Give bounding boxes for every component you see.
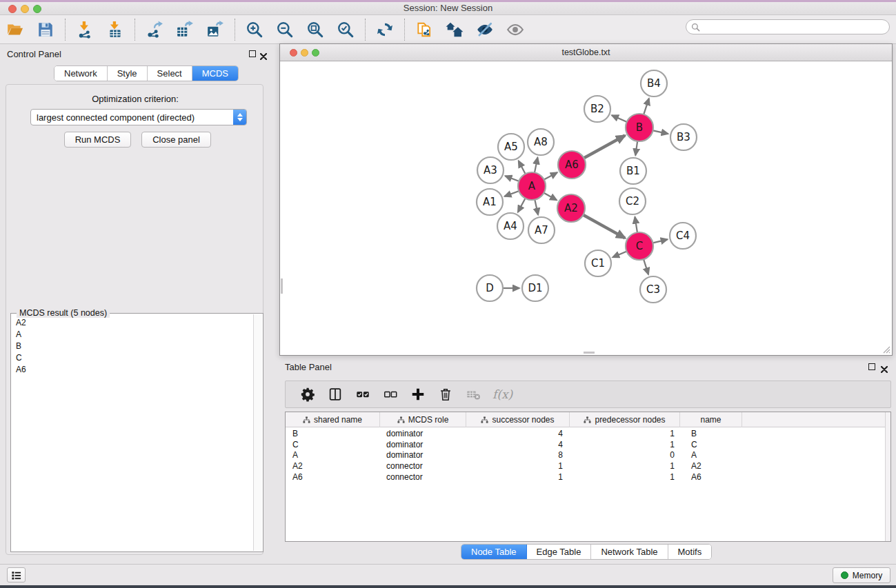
- network-hscroll-thumb[interactable]: [584, 352, 595, 354]
- table-settings-gear-icon[interactable]: [299, 385, 317, 403]
- add-row-icon[interactable]: [409, 385, 427, 403]
- table-row[interactable]: Cdominator41C: [286, 440, 885, 451]
- zoom-out-icon[interactable]: [275, 19, 295, 40]
- tab-select[interactable]: Select: [148, 66, 192, 81]
- node-A5[interactable]: A5: [498, 134, 524, 160]
- tab-network[interactable]: Network: [54, 66, 108, 81]
- table-row[interactable]: A2connector11A2: [286, 461, 885, 472]
- edge-A-A7[interactable]: [535, 199, 538, 215]
- hide-selected-icon[interactable]: [475, 19, 495, 40]
- mcds-result-item[interactable]: C: [12, 352, 253, 363]
- control-panel-close-icon[interactable]: [260, 50, 267, 63]
- tab-node-table[interactable]: Node Table: [461, 545, 527, 559]
- node-D[interactable]: D: [477, 275, 503, 301]
- export-image-icon[interactable]: [205, 19, 226, 40]
- mcds-result-item[interactable]: B: [12, 340, 253, 352]
- network-window-titlebar[interactable]: testGlobe.txt: [280, 44, 892, 61]
- node-A4[interactable]: A4: [497, 213, 524, 239]
- edge-B-B4[interactable]: [644, 99, 649, 115]
- mcds-result-list[interactable]: A2ABCA6: [12, 316, 253, 551]
- export-table-icon[interactable]: [175, 19, 195, 40]
- deselect-all-icon[interactable]: [381, 385, 399, 403]
- clone-network-icon[interactable]: [414, 19, 435, 40]
- edge-A-A2[interactable]: [544, 192, 557, 200]
- node-A[interactable]: A: [518, 172, 546, 200]
- column-header-predecessor-nodes[interactable]: predecessor nodes: [570, 412, 680, 427]
- run-mcds-button[interactable]: Run MCDS: [64, 132, 131, 148]
- node-A1[interactable]: A1: [477, 189, 503, 215]
- edge-B-B3[interactable]: [653, 130, 668, 134]
- edge-A-A5[interactable]: [519, 161, 526, 174]
- control-panel-float-icon[interactable]: [249, 50, 256, 57]
- delete-row-trash-icon[interactable]: [437, 385, 455, 403]
- refresh-layout-icon[interactable]: [375, 19, 395, 40]
- node-C1[interactable]: C1: [585, 250, 611, 276]
- close-panel-button[interactable]: Close panel: [141, 132, 211, 148]
- node-B1[interactable]: B1: [620, 158, 646, 184]
- edge-C-C3[interactable]: [644, 258, 648, 274]
- column-header-shared-name[interactable]: shared name: [286, 412, 380, 427]
- node-A6[interactable]: A6: [558, 151, 586, 179]
- import-network-icon[interactable]: [74, 19, 95, 40]
- edge-A-A6[interactable]: [544, 172, 557, 180]
- node-A2[interactable]: A2: [557, 194, 585, 222]
- criterion-dropdown[interactable]: largest connected component (directed): [30, 109, 247, 125]
- show-all-icon[interactable]: [505, 19, 526, 40]
- node-C[interactable]: C: [626, 232, 653, 260]
- network-vscroll-thumb[interactable]: [281, 278, 283, 294]
- node-table-body[interactable]: Bdominator41BCdominator41CAdominator80AA…: [286, 427, 885, 541]
- column-header-successor-nodes[interactable]: successor nodes: [466, 412, 570, 427]
- edge-A6-B[interactable]: [584, 136, 625, 159]
- mcds-result-item[interactable]: A2: [12, 316, 253, 328]
- edge-A-A4[interactable]: [518, 198, 526, 212]
- node-A8[interactable]: A8: [528, 129, 554, 155]
- show-columns-icon[interactable]: [326, 385, 344, 403]
- save-session-icon[interactable]: [35, 19, 56, 40]
- edge-B-B1[interactable]: [635, 141, 637, 155]
- node-table-scrollbar[interactable]: [885, 412, 890, 541]
- node-A7[interactable]: A7: [528, 217, 555, 243]
- tab-style[interactable]: Style: [108, 66, 148, 81]
- memory-button[interactable]: Memory: [833, 567, 890, 583]
- tab-network-table[interactable]: Network Table: [591, 545, 668, 559]
- table-row[interactable]: Adominator80A: [286, 450, 885, 461]
- node-table-header[interactable]: shared nameMCDS rolesuccessor nodesprede…: [286, 412, 885, 427]
- mcds-result-item[interactable]: A6: [12, 363, 253, 375]
- tab-edge-table[interactable]: Edge Table: [527, 545, 592, 559]
- search-input[interactable]: [703, 22, 875, 32]
- edge-C-C1[interactable]: [613, 251, 627, 257]
- import-table-icon[interactable]: [105, 19, 126, 40]
- edge-C-C4[interactable]: [652, 239, 667, 243]
- zoom-in-icon[interactable]: [244, 19, 265, 40]
- node-C3[interactable]: C3: [640, 276, 666, 303]
- edge-A-A3[interactable]: [505, 176, 519, 181]
- task-history-button[interactable]: [7, 567, 26, 582]
- tab-mcds[interactable]: MCDS: [192, 66, 238, 81]
- table-panel-float-icon[interactable]: [868, 363, 875, 370]
- table-row[interactable]: Bdominator41B: [286, 429, 885, 440]
- mcds-result-item[interactable]: A: [12, 328, 253, 340]
- edge-A-A8[interactable]: [535, 158, 538, 174]
- zoom-fit-icon[interactable]: [305, 19, 326, 40]
- table-panel-close-icon[interactable]: [881, 363, 888, 376]
- node-B[interactable]: B: [626, 114, 653, 141]
- open-file-icon[interactable]: [5, 19, 26, 40]
- edge-B-B2[interactable]: [612, 115, 628, 122]
- edge-C-C2[interactable]: [635, 217, 637, 233]
- search-field[interactable]: [686, 19, 890, 34]
- node-B3[interactable]: B3: [670, 124, 697, 150]
- edge-A-A1[interactable]: [505, 191, 520, 196]
- edge-A2-C[interactable]: [583, 214, 625, 238]
- network-graph[interactable]: AA1A2A3A4A5A6A7A8BB1B2B3B4CC1C2C3C4DD1: [280, 61, 892, 355]
- select-all-icon[interactable]: [354, 385, 372, 403]
- node-A3[interactable]: A3: [477, 157, 504, 183]
- column-header-mcds-role[interactable]: MCDS role: [380, 412, 466, 427]
- first-neighbors-icon[interactable]: [444, 19, 465, 40]
- column-header-name[interactable]: name: [680, 412, 742, 427]
- window-resize-grip[interactable]: [882, 345, 890, 354]
- mcds-list-scrollbar[interactable]: [253, 314, 262, 551]
- node-C4[interactable]: C4: [670, 223, 696, 249]
- table-row[interactable]: A6connector11A6: [286, 472, 885, 483]
- network-canvas[interactable]: AA1A2A3A4A5A6A7A8BB1B2B3B4CC1C2C3C4DD1: [280, 61, 892, 355]
- node-D1[interactable]: D1: [522, 275, 548, 301]
